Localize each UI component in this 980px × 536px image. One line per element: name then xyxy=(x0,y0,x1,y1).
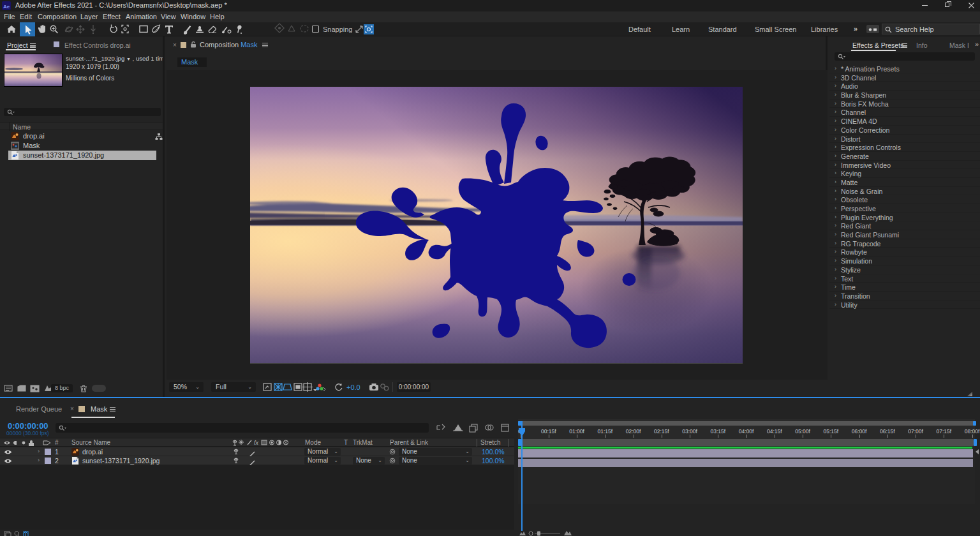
svg-text:Ae: Ae xyxy=(3,4,10,10)
svg-text:+0.0: +0.0 xyxy=(346,383,360,391)
svg-text:fx: fx xyxy=(254,440,259,446)
